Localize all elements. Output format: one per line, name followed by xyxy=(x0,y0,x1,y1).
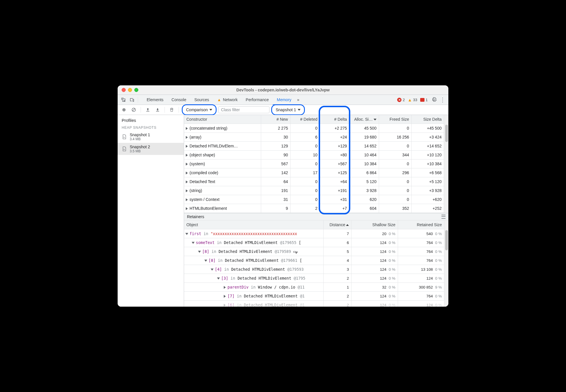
tab-performance[interactable]: Performance xyxy=(242,95,273,105)
grid-scrollbar[interactable] xyxy=(444,124,448,213)
col-new[interactable]: # New xyxy=(261,115,290,124)
tab-memory[interactable]: Memory xyxy=(273,95,295,105)
retainer-row[interactable]: [7] in Detached HTMLDivElement @121240 %… xyxy=(184,292,448,301)
retainer-row[interactable]: parentDiv in Window / cdpn.io @111320 %3… xyxy=(184,283,448,292)
expand-icon[interactable] xyxy=(186,163,188,166)
expand-icon[interactable] xyxy=(186,145,188,148)
window-title: DevTools - codepen.io/web-dot-dev/live/L… xyxy=(118,88,448,92)
file-icon: % xyxy=(122,146,127,152)
retainers-grid[interactable]: Object Distance Shallow Size Retained Si… xyxy=(184,220,448,307)
expand-icon[interactable] xyxy=(186,233,188,235)
titlebar: DevTools - codepen.io/web-dot-dev/live/L… xyxy=(118,85,448,95)
retainers-menu-icon[interactable] xyxy=(441,215,445,219)
grid-row[interactable]: (object shape)9010+8010 464344+10 120 xyxy=(184,151,448,160)
grid-row[interactable]: HTMLButtonElement92+7604352+252 xyxy=(184,204,448,213)
profiles-sidebar: Profiles HEAP SNAPSHOTS % Snapshot 1 3.4… xyxy=(118,115,184,307)
expand-icon[interactable] xyxy=(224,286,226,289)
retainers-header-row[interactable]: Object Distance Shallow Size Retained Si… xyxy=(184,220,448,229)
inspect-icon[interactable] xyxy=(119,96,127,104)
device-toolbar-icon[interactable] xyxy=(128,96,136,104)
expand-icon[interactable] xyxy=(186,180,188,183)
svg-text:%: % xyxy=(123,149,125,150)
retainers-scrollbar[interactable] xyxy=(444,229,448,307)
warning-count[interactable]: ▲33 xyxy=(408,97,417,102)
grid-row[interactable]: (concatenated string)2 2750+2 27545 5000… xyxy=(184,124,448,133)
expand-icon[interactable] xyxy=(186,189,188,192)
svg-line-3 xyxy=(133,109,135,111)
grid-row[interactable]: (compiled code)14217+1256 864296+6 568 xyxy=(184,168,448,177)
retainer-row[interactable]: first in "xxxxxxxxxxxxxxxxxxxxxxxxxxxxxx… xyxy=(184,229,448,238)
expand-icon[interactable] xyxy=(224,295,226,298)
settings-icon[interactable] xyxy=(430,96,438,104)
expand-icon[interactable] xyxy=(186,127,188,130)
expand-icon[interactable] xyxy=(211,269,214,271)
col-alloc[interactable]: Alloc. Si… xyxy=(349,115,379,124)
grid-row[interactable]: (array)306+2419 68016 256+3 424 xyxy=(184,133,448,142)
expand-icon[interactable] xyxy=(224,304,226,307)
col-retained[interactable]: Retained Size xyxy=(398,220,444,229)
devtools-window: DevTools - codepen.io/web-dot-dev/live/L… xyxy=(118,85,448,307)
status-counters[interactable]: ✕2 ▲33 1 xyxy=(397,97,428,102)
col-deleted[interactable]: # Deleted xyxy=(290,115,320,124)
expand-icon[interactable] xyxy=(217,278,220,280)
sidebar-title: Profiles xyxy=(118,115,184,124)
grid-row[interactable]: system / Context310+316200+620 xyxy=(184,195,448,204)
expand-icon[interactable] xyxy=(186,198,188,201)
svg-text:%: % xyxy=(123,137,125,138)
class-filter-input[interactable]: Class filter xyxy=(218,106,269,113)
download-icon[interactable] xyxy=(154,106,162,114)
chevron-down-icon xyxy=(298,109,301,111)
retainer-row[interactable]: [6] in Detached HTMLDivElement @121240 %… xyxy=(184,301,448,307)
col-object[interactable]: Object xyxy=(184,220,324,229)
tab-network[interactable]: ▲Network xyxy=(213,95,242,105)
more-icon[interactable]: ⋮ xyxy=(439,96,447,104)
sort-desc-icon xyxy=(374,119,376,120)
expand-icon[interactable] xyxy=(204,260,207,262)
grid-row[interactable]: Detached HTMLDivElem…1290+12914 6520+14 … xyxy=(184,142,448,151)
grid-row[interactable]: (string)1910+1913 9280+3 928 xyxy=(184,186,448,195)
clear-icon[interactable] xyxy=(130,106,138,114)
view-dropdown[interactable]: Comparison xyxy=(182,104,217,115)
error-count[interactable]: ✕2 xyxy=(397,98,405,102)
col-size-delta[interactable]: Size Delta xyxy=(412,115,444,124)
retainer-row[interactable]: [8] in Detached HTMLDivElement @179589 ▭… xyxy=(184,247,448,256)
tab-console[interactable]: Console xyxy=(167,95,190,105)
retainer-row[interactable]: [4] in Detached HTMLDivElement @17959331… xyxy=(184,265,448,274)
baseline-dropdown[interactable]: Snapshot 1 xyxy=(271,104,305,115)
expand-icon[interactable] xyxy=(198,251,201,253)
col-distance[interactable]: Distance xyxy=(324,220,351,229)
expand-icon[interactable] xyxy=(186,136,188,139)
tab-elements[interactable]: Elements xyxy=(143,95,167,105)
upload-icon[interactable] xyxy=(144,106,152,114)
retainer-row[interactable]: [8] in Detached HTMLDivElement @179661 [… xyxy=(184,256,448,265)
retainer-row[interactable]: someText in Detached HTMLDivElement @179… xyxy=(184,238,448,247)
expand-icon[interactable] xyxy=(186,154,188,157)
expand-icon[interactable] xyxy=(186,172,188,174)
memory-toolbar: Comparison Class filter Snapshot 1 xyxy=(118,105,448,115)
col-delta[interactable]: # Delta xyxy=(320,115,349,124)
snapshot-item[interactable]: % Snapshot 1 3.4 MB xyxy=(118,131,184,143)
message-count[interactable]: 1 xyxy=(420,98,428,102)
comparison-grid[interactable]: Constructor # New # Deleted # Delta Allo… xyxy=(184,115,448,213)
grid-row[interactable]: (system)5670+56710 3840+10 384 xyxy=(184,160,448,168)
expand-icon[interactable] xyxy=(186,207,188,210)
main-content: Constructor # New # Deleted # Delta Allo… xyxy=(184,115,448,307)
col-shallow[interactable]: Shallow Size xyxy=(351,220,398,229)
tab-sources[interactable]: Sources xyxy=(190,95,213,105)
retainers-header: Retainers xyxy=(184,213,448,220)
snapshot-item[interactable]: % Snapshot 2 3.5 MB xyxy=(118,143,184,155)
expand-icon[interactable] xyxy=(192,242,195,244)
tabs-overflow[interactable]: » xyxy=(295,95,301,105)
chevron-down-icon xyxy=(209,109,212,111)
sort-asc-icon xyxy=(346,224,349,226)
grid-header-row[interactable]: Constructor # New # Deleted # Delta Allo… xyxy=(184,115,448,124)
gc-icon[interactable] xyxy=(168,106,176,114)
grid-row[interactable]: Detached Text640+645 1200+5 120 xyxy=(184,177,448,186)
svg-point-1 xyxy=(123,109,125,111)
retainer-row[interactable]: [3] in Detached HTMLDivElement @17952124… xyxy=(184,274,448,283)
col-freed[interactable]: Freed Size xyxy=(379,115,411,124)
col-constructor[interactable]: Constructor xyxy=(184,115,261,124)
panel-tabs: Elements Console Sources ▲Network Perfor… xyxy=(118,95,448,105)
record-icon[interactable] xyxy=(120,106,128,114)
sidebar-section: HEAP SNAPSHOTS xyxy=(118,124,184,131)
